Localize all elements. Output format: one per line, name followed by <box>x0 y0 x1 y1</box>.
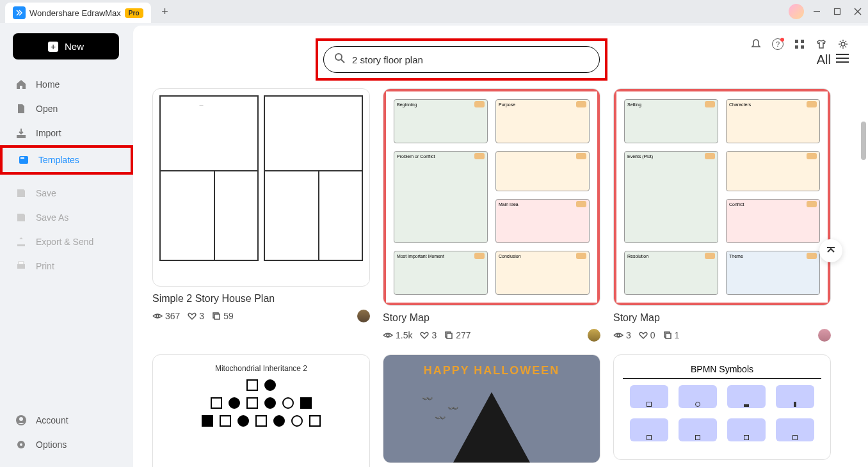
bell-icon[interactable] <box>750 38 762 50</box>
template-preview: Mitochondrial Inheritance 2 <box>152 354 370 467</box>
maximize-button[interactable] <box>832 6 842 17</box>
sidebar-menu: Home Open Import Templates <box>0 72 133 408</box>
svg-point-26 <box>617 334 620 336</box>
sidebar-item-export[interactable]: Export & Send <box>0 230 133 254</box>
scrollbar[interactable] <box>861 122 866 160</box>
save-icon <box>15 187 27 199</box>
template-card[interactable]: Beginning Purpose Problem or Conflict Ma… <box>383 88 600 342</box>
shirt-icon[interactable] <box>816 38 827 50</box>
app-tab[interactable]: Wondershare EdrawMax Pro <box>5 3 151 23</box>
sidebar-item-open[interactable]: Open <box>0 97 133 121</box>
template-title: Story Map <box>383 312 600 324</box>
svg-rect-15 <box>801 45 804 49</box>
app-logo-icon <box>13 6 26 19</box>
new-button[interactable]: + New <box>13 33 119 59</box>
template-preview: Setting Characters Events (Plot) Conflic… <box>613 88 831 306</box>
help-icon[interactable]: ? <box>772 38 784 50</box>
plus-icon: + <box>48 42 58 52</box>
views-stat: 367 <box>152 311 180 321</box>
template-preview: HAPPY HALLOWEEN 〰️ 〰️ 〰️ <box>383 354 600 463</box>
new-tab-button[interactable]: + <box>156 3 174 20</box>
account-icon <box>15 415 27 426</box>
window-controls <box>812 6 863 17</box>
sidebar-item-label: Save As <box>36 212 68 223</box>
scroll-to-top-button[interactable] <box>819 239 842 262</box>
home-icon <box>15 79 27 90</box>
bpmn-title: BPMN Symbols <box>623 364 821 379</box>
template-stats: 3 0 1 <box>613 329 831 342</box>
svg-point-16 <box>841 42 845 46</box>
app-body: + New Home Open Import <box>0 23 868 467</box>
filter-label: All <box>817 52 831 67</box>
template-card[interactable]: BPMN Symbols <box>613 354 831 467</box>
file-icon <box>15 103 27 115</box>
print-icon <box>15 260 27 272</box>
gear-icon <box>15 439 27 450</box>
avatar <box>818 329 831 342</box>
main-content: ? All <box>133 26 868 467</box>
titlebar: Wondershare EdrawMax Pro + <box>0 0 868 23</box>
sidebar-item-templates[interactable]: Templates <box>0 145 133 175</box>
filter-section[interactable]: All <box>817 52 849 67</box>
svg-rect-1 <box>835 9 840 15</box>
svg-rect-23 <box>214 314 220 319</box>
avatar <box>588 329 600 342</box>
template-card[interactable]: Setting Characters Events (Plot) Conflic… <box>613 88 831 342</box>
close-button[interactable] <box>853 6 863 17</box>
sidebar-item-print[interactable]: Print <box>0 254 133 278</box>
titlebar-left: Wondershare EdrawMax Pro + <box>5 0 174 23</box>
svg-rect-12 <box>795 40 798 43</box>
svg-rect-14 <box>795 45 798 49</box>
new-button-label: New <box>65 41 84 52</box>
search-input[interactable] <box>352 54 589 65</box>
sidebar-item-label: Home <box>36 79 60 90</box>
template-card[interactable]: Mitochondrial Inheritance 2 <box>152 354 370 467</box>
top-icons: ? <box>750 38 849 50</box>
template-grid: — Simple 2 Story House Plan 367 <box>152 88 849 467</box>
sidebar-item-saveas[interactable]: Save As <box>0 205 133 230</box>
search-box[interactable] <box>323 46 600 73</box>
apps-icon[interactable] <box>794 38 805 50</box>
sidebar-item-label: Export & Send <box>36 237 93 247</box>
template-preview: Beginning Purpose Problem or Conflict Ma… <box>383 88 600 306</box>
sidebar-item-home[interactable]: Home <box>0 72 133 97</box>
sidebar-item-account[interactable]: Account <box>0 408 133 432</box>
template-preview: — <box>152 88 370 287</box>
template-card[interactable]: — Simple 2 Story House Plan 367 <box>152 88 370 342</box>
search-highlight-box <box>316 38 607 81</box>
titlebar-right <box>789 4 863 19</box>
svg-point-24 <box>387 334 389 336</box>
minimize-button[interactable] <box>812 6 822 17</box>
sidebar-item-label: Templates <box>38 155 79 165</box>
svg-line-18 <box>341 59 344 63</box>
sidebar: + New Home Open Import <box>0 23 133 467</box>
sidebar-item-label: Print <box>36 261 54 271</box>
menu-icon <box>836 53 849 66</box>
svg-rect-7 <box>19 262 24 264</box>
template-stats: 1.5k 3 277 <box>383 329 600 342</box>
svg-rect-25 <box>447 333 452 338</box>
svg-point-22 <box>156 315 159 317</box>
template-icon <box>18 154 29 166</box>
template-preview: BPMN Symbols <box>613 354 831 460</box>
likes-stat: 3 <box>188 311 204 321</box>
svg-rect-5 <box>20 157 24 159</box>
sidebar-item-label: Save <box>36 188 56 198</box>
sidebar-bottom: Account Options <box>0 408 133 457</box>
template-title: Simple 2 Story House Plan <box>152 293 370 305</box>
halloween-title: HAPPY HALLOWEEN <box>383 364 600 377</box>
profile-icon[interactable] <box>789 4 804 19</box>
sidebar-item-label: Import <box>36 128 61 138</box>
download-icon <box>15 127 27 139</box>
template-title: Story Map <box>613 312 831 324</box>
sidebar-item-save[interactable]: Save <box>0 181 133 205</box>
template-card[interactable]: HAPPY HALLOWEEN 〰️ 〰️ 〰️ <box>383 354 600 467</box>
sidebar-item-options[interactable]: Options <box>0 432 133 457</box>
settings-icon[interactable] <box>837 38 849 50</box>
app-name: Wondershare EdrawMax <box>29 8 121 18</box>
svg-rect-13 <box>801 40 804 43</box>
avatar <box>357 310 370 322</box>
sidebar-item-import[interactable]: Import <box>0 121 133 145</box>
svg-point-11 <box>20 443 22 446</box>
svg-point-9 <box>19 417 23 421</box>
